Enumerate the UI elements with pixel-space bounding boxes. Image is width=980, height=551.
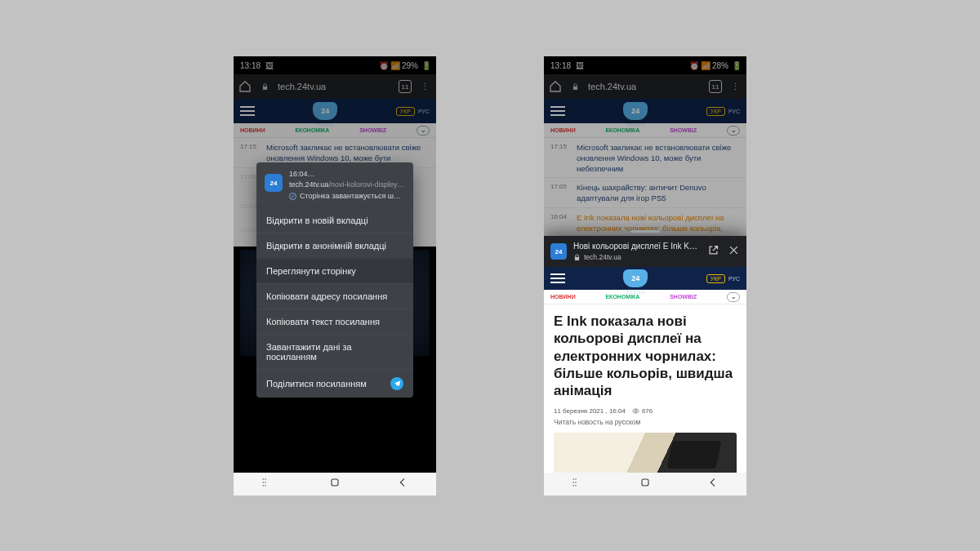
svg-rect-2 (642, 479, 648, 486)
lang-ukr[interactable]: УКР (706, 274, 725, 283)
close-icon[interactable] (728, 244, 740, 260)
check-icon: ✓ (289, 193, 296, 200)
article-date: 11 березня 2021 , 16:04 (554, 407, 626, 415)
ctx-open-incognito[interactable]: Відкрити в анонімній вкладці (256, 233, 413, 258)
site-header: 24 УКР РУС (544, 267, 746, 290)
tabs-more-icon[interactable]: ⌄ (727, 292, 740, 302)
sheet-favicon: 24 (550, 243, 567, 260)
eye-icon (632, 407, 639, 415)
system-nav (544, 473, 746, 495)
back-nav-icon[interactable] (396, 476, 409, 492)
tab-novyny[interactable]: НОВИНИ (550, 294, 576, 300)
sheet-site: tech.24tv.ua (584, 253, 621, 262)
telegram-icon (390, 377, 403, 390)
ctx-preview-page[interactable]: Переглянути сторінку (256, 258, 413, 283)
tab-showbiz[interactable]: SHOWBIZ (670, 294, 697, 300)
ctx-open-new-tab[interactable]: Відкрити в новій вкладці (256, 207, 413, 233)
recents-icon[interactable] (261, 476, 274, 492)
article: E Ink показала нові кольорові дисплеї на… (544, 304, 746, 473)
category-tabs: НОВИНИ ЕКОНОМІКА SHOWBIZ ⌄ (544, 290, 746, 304)
sheet-handle[interactable] (630, 230, 660, 233)
recents-icon[interactable] (571, 476, 584, 492)
read-russian-link[interactable]: Читать новость на русском (554, 418, 737, 426)
back-nav-icon[interactable] (706, 476, 719, 492)
sheet-title: Нові кольорові дисплеї E Ink K… (573, 241, 701, 251)
phone-left: 13:18 🖼 ⏰ 📶 29% 🔋 tech.24tv.ua 11 ⋮ 24 У… (234, 56, 436, 495)
phone-right: 13:18 🖼 ⏰ 📶 28% 🔋 tech.24tv.ua 11 ⋮ 24 У… (544, 56, 746, 495)
article-thumbnail (554, 433, 737, 473)
home-nav-icon[interactable] (639, 476, 652, 492)
lock-icon (573, 254, 581, 261)
ctx-copy-link-text[interactable]: Копіювати текст посилання (256, 309, 413, 334)
article-views: 676 (632, 407, 653, 415)
lang-rus[interactable]: РУС (728, 276, 740, 282)
site-logo[interactable]: 24 (623, 269, 648, 287)
svg-point-1 (635, 411, 636, 412)
home-nav-icon[interactable] (328, 476, 341, 492)
context-menu-header: 24 16:04… tech.24tv.ua/novi-kolorovi-dis… (256, 162, 413, 207)
open-external-icon[interactable] (707, 244, 719, 260)
ctx-download-link[interactable]: Завантажити дані за посиланням (256, 334, 413, 369)
context-favicon: 24 (265, 174, 283, 192)
svg-rect-0 (332, 479, 338, 486)
article-headline: E Ink показала нові кольорові дисплеї на… (554, 313, 737, 399)
system-nav (234, 473, 436, 495)
ctx-copy-link-address[interactable]: Копіювати адресу посилання (256, 283, 413, 309)
tab-ekonomika[interactable]: ЕКОНОМІКА (605, 294, 639, 300)
context-path: /novi-kolorovi-displey… (328, 180, 404, 189)
ctx-share-link[interactable]: Поділитися посиланням (256, 369, 413, 398)
hamburger-icon[interactable] (550, 273, 565, 283)
context-domain: tech.24tv.ua (289, 180, 328, 189)
context-time: 16:04… (289, 169, 404, 180)
preview-sheet: 24 Нові кольорові дисплеї E Ink K… tech.… (544, 236, 746, 473)
sheet-header: 24 Нові кольорові дисплеї E Ink K… tech.… (544, 236, 746, 267)
context-loading: Сторінка завантажується ш… (300, 191, 401, 202)
context-menu: 24 16:04… tech.24tv.ua/novi-kolorovi-dis… (256, 162, 413, 398)
